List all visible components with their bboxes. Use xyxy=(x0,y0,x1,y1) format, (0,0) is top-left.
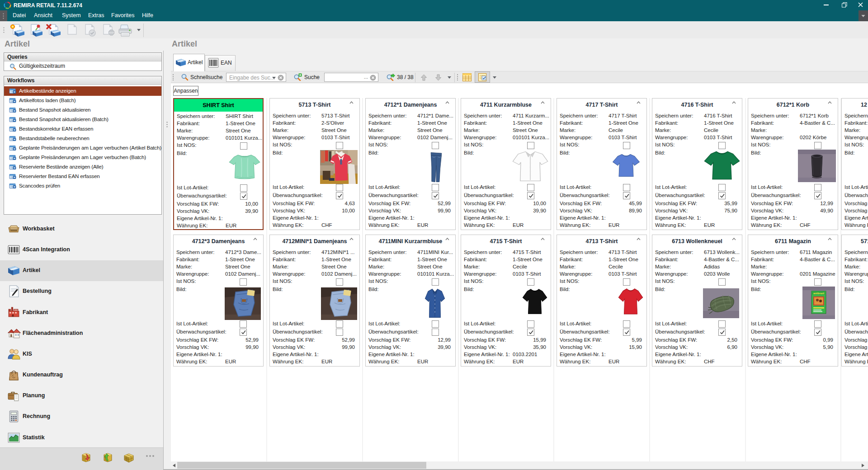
svg-text:STOP: STOP xyxy=(109,32,114,34)
svg-text:antibrazil: antibrazil xyxy=(813,292,825,295)
